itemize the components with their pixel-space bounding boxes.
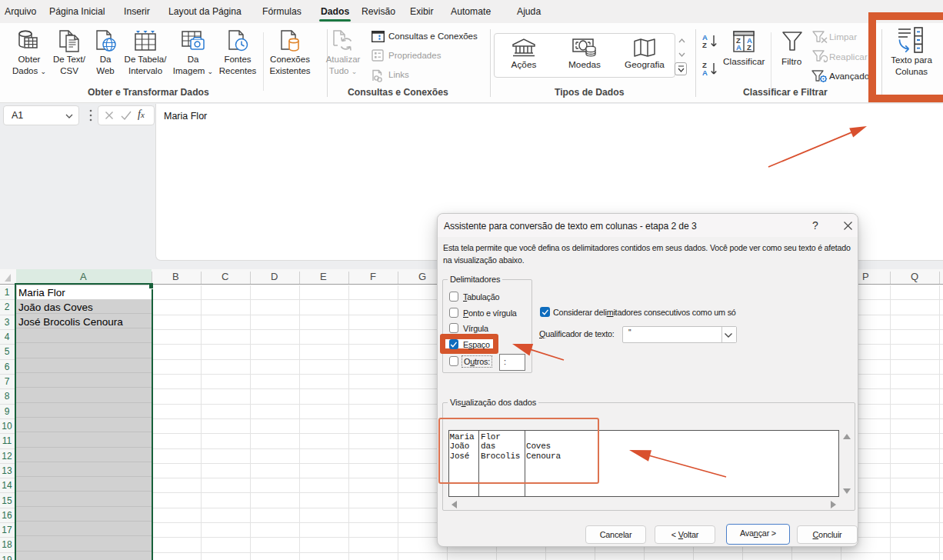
svg-text:Z: Z [747,43,751,52]
svg-text:Z: Z [702,41,707,49]
svg-text:A: A [736,43,741,52]
svg-text:A: A [702,68,708,77]
